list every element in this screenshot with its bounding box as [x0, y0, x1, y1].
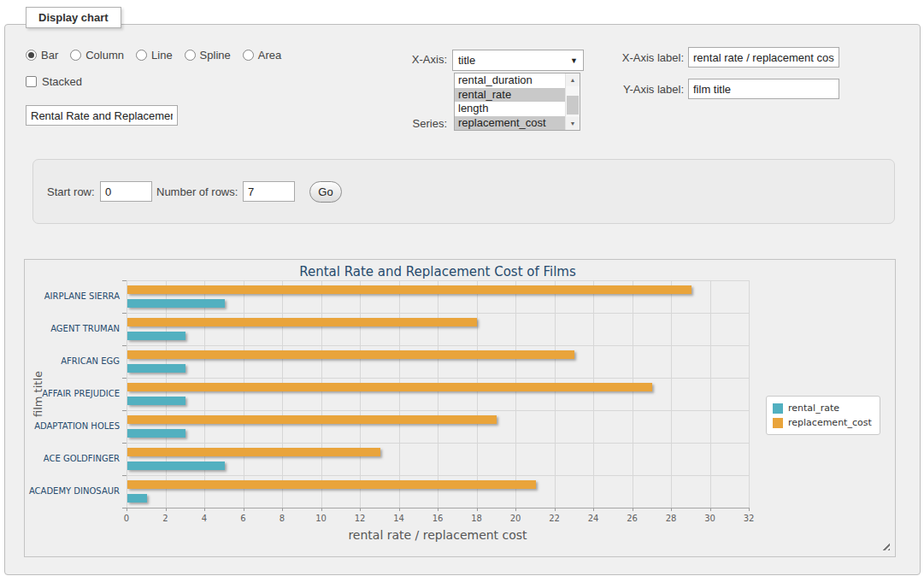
legend-label: replacement_cost — [788, 417, 872, 428]
x-axis-title: rental rate / replacement cost — [127, 528, 749, 542]
x-tick-label: 28 — [654, 514, 688, 523]
radio-option-area[interactable]: Area — [243, 49, 281, 62]
legend-label: rental_rate — [788, 403, 839, 414]
legend-item-replacement_cost[interactable]: replacement_cost — [773, 415, 872, 430]
y-axis-label-input[interactable] — [688, 79, 839, 99]
radio-option-line[interactable]: Line — [136, 49, 173, 62]
x-tick-label: 8 — [265, 514, 299, 523]
y-tick — [122, 410, 127, 411]
radio-option-bar[interactable]: Bar — [26, 49, 58, 62]
stacked-option[interactable]: Stacked — [26, 75, 82, 88]
listbox-scrollbar[interactable]: ▲ ▼ — [565, 73, 580, 130]
gridline — [321, 280, 322, 508]
bar-rental_rate — [127, 494, 147, 503]
panel-title: Display chart — [26, 7, 121, 28]
gridline — [127, 378, 749, 379]
radio-label: Spline — [200, 49, 231, 62]
x-axis-label-input[interactable] — [688, 47, 839, 68]
radio-label: Area — [258, 49, 281, 62]
x-tick-label: 24 — [576, 514, 610, 523]
y-tick — [122, 280, 127, 281]
bar-replacement_cost — [127, 285, 692, 294]
gridline — [399, 280, 400, 508]
legend-item-rental_rate[interactable]: rental_rate — [773, 401, 872, 415]
go-button[interactable]: Go — [309, 181, 342, 203]
gridline — [127, 475, 749, 476]
bar-replacement_cost — [127, 318, 477, 326]
gridline — [127, 443, 749, 444]
gridline — [633, 280, 633, 508]
x-axis-label-caption: X-Axis label: — [598, 51, 684, 64]
bar-rental_rate — [127, 364, 185, 373]
gridline — [166, 280, 167, 508]
x-tick-label: 32 — [732, 514, 766, 523]
gridline — [671, 280, 672, 508]
gridline — [438, 280, 438, 508]
radio-option-column[interactable]: Column — [70, 49, 124, 62]
x-axis-select-label: X-Axis: — [376, 53, 447, 66]
bar-rental_rate — [127, 461, 225, 470]
y-tick — [122, 345, 127, 346]
gridline — [204, 280, 205, 508]
bar-replacement_cost — [127, 415, 497, 424]
legend-swatch — [773, 403, 783, 414]
radio-option-spline[interactable]: Spline — [185, 49, 231, 62]
x-tick-label: 4 — [187, 514, 221, 523]
chart-title-input[interactable] — [26, 105, 178, 126]
x-axis-select[interactable]: title ▼ — [452, 50, 584, 71]
stacked-checkbox[interactable] — [26, 76, 37, 87]
series-option-rental_duration[interactable]: rental_duration — [455, 73, 580, 88]
scroll-down-icon[interactable]: ▼ — [566, 117, 580, 130]
scroll-up-icon[interactable]: ▲ — [566, 73, 580, 86]
series-option-length[interactable]: length — [455, 102, 580, 116]
scrollbar-thumb[interactable] — [567, 96, 579, 115]
x-tick-label: 12 — [343, 514, 377, 523]
bar-replacement_cost — [127, 350, 574, 359]
radio-icon[interactable] — [26, 50, 37, 61]
gridline — [593, 280, 594, 508]
gridline — [477, 280, 478, 508]
resize-grip-icon[interactable] — [880, 541, 890, 550]
gridline — [127, 345, 749, 346]
x-axis-line — [127, 508, 750, 509]
bar-replacement_cost — [127, 448, 380, 456]
radio-icon[interactable] — [185, 50, 196, 61]
chart-container: Rental Rate and Replacement Cost of Film… — [24, 259, 896, 557]
chart-type-radio-group: BarColumnLineSplineArea — [26, 49, 293, 62]
y-tick — [122, 443, 127, 444]
radio-icon[interactable] — [243, 50, 254, 61]
gridline — [515, 280, 516, 508]
start-row-label: Start row: — [47, 185, 95, 198]
legend-swatch — [773, 418, 783, 428]
x-tick-label: 16 — [421, 514, 455, 523]
x-tick-label: 26 — [615, 514, 650, 523]
gridline — [127, 280, 749, 281]
bar-rental_rate — [127, 429, 185, 438]
page: Display chart BarColumnLineSplineArea St… — [0, 0, 924, 582]
y-axis-title: film title — [32, 280, 44, 508]
start-row-input[interactable] — [100, 181, 152, 202]
number-of-rows-input[interactable] — [243, 181, 295, 202]
radio-icon[interactable] — [136, 50, 147, 61]
radio-label: Bar — [41, 49, 58, 62]
gridline — [127, 410, 749, 411]
x-tick-label: 22 — [538, 514, 572, 523]
gridline — [282, 280, 283, 508]
gridline — [710, 280, 711, 508]
gridline — [244, 280, 244, 508]
y-tick — [122, 313, 127, 314]
chart-legend: rental_ratereplacement_cost — [766, 396, 880, 435]
chevron-down-icon: ▼ — [570, 56, 578, 65]
gridline — [360, 280, 361, 508]
gridline — [127, 313, 749, 314]
x-tick-label: 10 — [304, 514, 338, 523]
series-listbox[interactable]: rental_durationrental_ratelengthreplacem… — [454, 73, 580, 131]
radio-label: Line — [151, 49, 173, 62]
x-tick-label: 0 — [109, 514, 144, 523]
x-tick-label: 30 — [693, 514, 727, 523]
series-option-replacement_cost[interactable]: replacement_cost — [455, 116, 580, 131]
y-axis-label-caption: Y-Axis label: — [598, 83, 684, 96]
radio-icon[interactable] — [70, 50, 81, 61]
series-option-rental_rate[interactable]: rental_rate — [455, 88, 580, 103]
bar-rental_rate — [127, 299, 225, 308]
